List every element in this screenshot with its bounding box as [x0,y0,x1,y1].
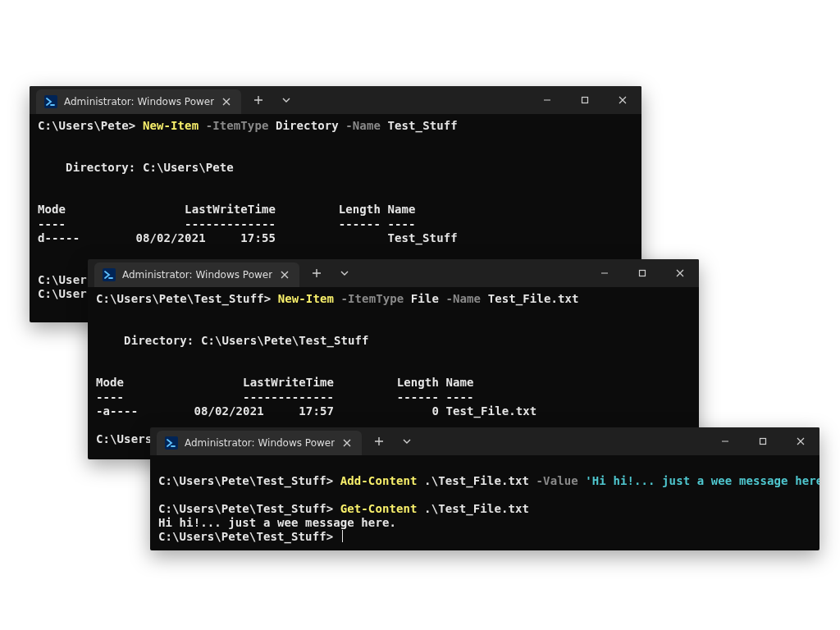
output-line: Hi hi!... just a wee message here. [158,516,396,529]
terminal-output[interactable]: C:\Users\Pete\Test_Stuff> Add-Content .\… [150,455,819,550]
svg-rect-7 [640,271,646,276]
parameter: -ItemType [199,119,268,132]
argument: Directory [268,119,338,132]
table-row: d----- 08/02/2021 17:55 Test_Stuff [38,231,458,244]
tab-close-icon[interactable] [341,436,354,450]
parameter: -Name [339,119,381,132]
text-cursor-icon [342,530,343,542]
svg-rect-3 [582,98,588,103]
table-header: Mode LastWriteTime Length Name [38,203,416,216]
parameter: -Name [439,292,481,305]
tab-title: Administrator: Windows PowerS [185,437,335,449]
prompt-path: C:\Users\Pete\Test_Stuff> [96,292,278,305]
titlebar[interactable]: Administrator: Windows PowerS [30,86,641,114]
tab-close-icon[interactable] [221,95,233,108]
new-tab-button[interactable] [246,88,271,112]
maximize-button[interactable] [566,88,604,112]
parameter: -ItemType [334,292,404,305]
prompt-path: C:\Users\Pete> [38,119,143,132]
tab-dropdown-button[interactable] [332,261,357,285]
tab-dropdown-button[interactable] [395,429,419,454]
table-divider: ---- ------------- ------ ---- [96,390,474,404]
tab-title: Administrator: Windows PowerS [122,269,272,281]
close-button[interactable] [782,429,819,454]
powershell-icon [165,436,178,450]
string-literal: 'Hi hi!... just a wee message here.' [578,474,819,487]
powershell-icon [103,268,116,281]
partial-prompt: C:\Users [96,432,152,445]
tab-dropdown-button[interactable] [274,88,299,112]
output-line: Directory: C:\Users\Pete [38,161,234,174]
argument: .\Test_File.txt [418,474,529,487]
close-button[interactable] [661,261,699,285]
powershell-icon [44,95,57,108]
tab-powershell[interactable]: Administrator: Windows PowerS [94,262,299,287]
parameter: -Value [529,474,578,487]
partial-prompt: C:\Users [38,273,94,286]
tab-powershell[interactable]: Administrator: Windows PowerS [157,431,362,455]
close-button[interactable] [604,88,641,112]
maximize-button[interactable] [744,429,782,454]
titlebar[interactable]: Administrator: Windows PowerS [88,259,699,287]
argument: .\Test_File.txt [418,502,529,515]
maximize-button[interactable] [623,261,661,285]
table-header: Mode LastWriteTime Length Name [96,376,474,389]
minimize-button[interactable] [586,261,623,285]
cmdlet-name: Get-Content [340,502,418,515]
prompt-path: C:\Users\Pete\Test_Stuff> [158,530,340,543]
new-tab-button[interactable] [367,429,391,454]
cmdlet-name: Add-Content [340,474,418,487]
tab-title: Administrator: Windows PowerS [64,96,214,107]
cmdlet-name: New-Item [278,292,334,305]
table-row: -a---- 08/02/2021 17:57 0 Test_File.txt [96,404,536,418]
powershell-window-3: Administrator: Windows PowerS [150,427,819,550]
prompt-path: C:\Users\Pete\Test_Stuff> [158,502,340,515]
output-line: Directory: C:\Users\Pete\Test_Stuff [96,334,369,347]
cmdlet-name: New-Item [143,119,199,132]
minimize-button[interactable] [706,429,744,454]
new-tab-button[interactable] [304,261,329,285]
partial-prompt: C:\Users [38,287,94,300]
argument: Test_File.txt [481,292,578,305]
table-divider: ---- ------------- ------ ---- [38,217,416,231]
tab-close-icon[interactable] [279,268,291,281]
minimize-button[interactable] [528,88,566,112]
argument: Test_Stuff [381,119,458,132]
titlebar[interactable]: Administrator: Windows PowerS [150,427,819,455]
tab-powershell[interactable]: Administrator: Windows PowerS [36,89,241,114]
prompt-path: C:\Users\Pete\Test_Stuff> [158,474,340,487]
argument: File [404,292,439,305]
svg-rect-11 [760,439,766,445]
